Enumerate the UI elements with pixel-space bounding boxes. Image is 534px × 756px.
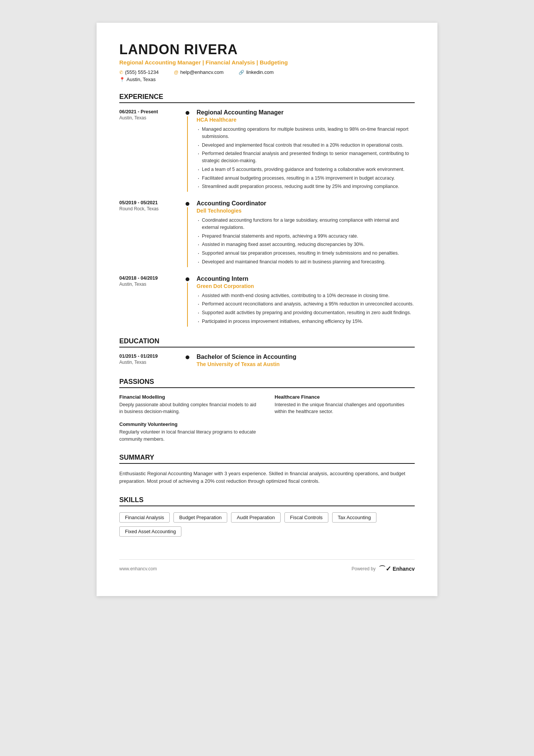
- skill-tag-5: Tax Accounting: [332, 512, 376, 523]
- passions-grid: Financial Modelling Deeply passionate ab…: [119, 394, 415, 443]
- entry-dot-3: [186, 277, 189, 281]
- skill-tag-6: Fixed Asset Accounting: [119, 526, 181, 537]
- email-value: help@enhancv.com: [180, 69, 223, 75]
- powered-by-label: Powered by: [351, 566, 375, 571]
- linkedin-contact: 🔗 linkedin.com: [239, 69, 273, 75]
- skill-tag-4: Fiscal Controls: [284, 512, 328, 523]
- link-icon: 🔗: [239, 70, 244, 75]
- brand-name: Enhancv: [393, 566, 415, 572]
- skills-container: Financial Analysis Budget Preparation Au…: [119, 512, 415, 537]
- company-3: Green Dot Corporation: [197, 283, 415, 289]
- summary-section: SUMMARY Enthusiastic Regional Accounting…: [119, 454, 415, 486]
- edu-divider-1: [184, 354, 191, 367]
- education-section-title: EDUCATION: [119, 337, 415, 347]
- passion-desc-3: Regularly volunteer in local financial l…: [119, 429, 259, 443]
- page-footer: www.enhancv.com Powered by ⌒✓ Enhancv: [119, 559, 415, 573]
- experience-entry-1: 06/2021 - Present Austin, Texas Regional…: [119, 109, 415, 192]
- location-contact: 📍 Austin, Texas: [119, 77, 415, 82]
- contact-row: ✆ (555) 555-1234 @ help@enhancv.com 🔗 li…: [119, 69, 415, 75]
- summary-section-title: SUMMARY: [119, 454, 415, 464]
- entry-left-3: 04/2018 - 04/2019 Austin, Texas: [119, 275, 184, 327]
- entry-line-3: [187, 283, 188, 327]
- education-section: EDUCATION 01/2015 - 01/2019 Austin, Texa…: [119, 337, 415, 367]
- entry-location-3: Austin, Texas: [119, 282, 180, 287]
- education-entry-1: 01/2015 - 01/2019 Austin, Texas Bachelor…: [119, 354, 415, 367]
- entry-location-2: Round Rock, Texas: [119, 206, 180, 211]
- bullet-1-5: Facilitated annual budgeting processes, …: [197, 175, 415, 182]
- phone-contact: ✆ (555) 555-1234: [119, 69, 159, 75]
- bullets-1: Managed accounting operations for multip…: [197, 126, 415, 190]
- entry-divider-1: [184, 109, 191, 192]
- experience-section: EXPERIENCE 06/2021 - Present Austin, Tex…: [119, 93, 415, 327]
- edu-dot-1: [186, 355, 189, 359]
- footer-powered-by: Powered by ⌒✓ Enhancv: [351, 564, 415, 573]
- entry-right-1: Regional Accounting Manager HCA Healthca…: [191, 109, 415, 192]
- bullet-1-3: Performed detailed financial analysis an…: [197, 150, 415, 164]
- passion-title-3: Community Volunteering: [119, 421, 259, 427]
- location-value: Austin, Texas: [126, 77, 156, 82]
- bullet-3-2: Performed account reconciliations and an…: [197, 301, 415, 308]
- phone-icon: ✆: [119, 70, 123, 75]
- entry-line-1: [187, 116, 188, 192]
- edu-left-1: 01/2015 - 01/2019 Austin, Texas: [119, 354, 184, 367]
- bullet-1-2: Developed and implemented fiscal control…: [197, 142, 415, 149]
- entry-right-3: Accounting Intern Green Dot Corporation …: [191, 275, 415, 327]
- passion-title-1: Financial Modelling: [119, 394, 259, 400]
- passion-desc-1: Deeply passionate about building complex…: [119, 401, 259, 416]
- entry-divider-2: [184, 200, 191, 267]
- passion-item-3: Community Volunteering Regularly volunte…: [119, 421, 259, 443]
- job-title-1: Regional Accounting Manager: [197, 109, 415, 116]
- entry-left-1: 06/2021 - Present Austin, Texas: [119, 109, 184, 192]
- email-contact: @ help@enhancv.com: [174, 69, 223, 75]
- job-title-3: Accounting Intern: [197, 275, 415, 282]
- bullet-2-4: Supported annual tax preparation process…: [197, 250, 415, 257]
- skill-tag-3: Audit Preparation: [231, 512, 280, 523]
- passion-title-2: Healthcare Finance: [275, 394, 415, 400]
- edu-school-1: The University of Texas at Austin: [197, 361, 415, 367]
- bullets-2: Coordinated accounting functions for a l…: [197, 217, 415, 266]
- edu-degree-1: Bachelor of Science in Accounting: [197, 354, 415, 360]
- footer-url: www.enhancv.com: [119, 566, 157, 571]
- experience-entry-2: 05/2019 - 05/2021 Round Rock, Texas Acco…: [119, 200, 415, 267]
- bullet-3-3: Supported audit activities by preparing …: [197, 309, 415, 316]
- bullet-1-1: Managed accounting operations for multip…: [197, 126, 415, 140]
- passion-item-1: Financial Modelling Deeply passionate ab…: [119, 394, 259, 416]
- phone-value: (555) 555-1234: [125, 69, 159, 75]
- entry-left-2: 05/2019 - 05/2021 Round Rock, Texas: [119, 200, 184, 267]
- skill-tag-1: Financial Analysis: [119, 512, 170, 523]
- bullets-3: Assisted with month-end closing activiti…: [197, 292, 415, 325]
- entry-location-1: Austin, Texas: [119, 115, 180, 121]
- entry-date-3: 04/2018 - 04/2019: [119, 275, 180, 281]
- edu-location-1: Austin, Texas: [119, 360, 180, 365]
- company-1: HCA Healthcare: [197, 117, 415, 123]
- resume-header: LANDON RIVERA Regional Accounting Manage…: [119, 42, 415, 82]
- skills-section-title: SKILLS: [119, 496, 415, 506]
- bullet-3-4: Participated in process improvement init…: [197, 318, 415, 325]
- entry-date-2: 05/2019 - 05/2021: [119, 200, 180, 205]
- job-title-2: Accounting Coordinator: [197, 200, 415, 207]
- bullet-3-1: Assisted with month-end closing activiti…: [197, 292, 415, 299]
- edu-date-1: 01/2015 - 01/2019: [119, 354, 180, 359]
- entry-date-1: 06/2021 - Present: [119, 109, 180, 114]
- experience-section-title: EXPERIENCE: [119, 93, 415, 103]
- entry-line-2: [187, 207, 188, 267]
- entry-dot-2: [186, 202, 189, 206]
- candidate-title: Regional Accounting Manager | Financial …: [119, 59, 415, 66]
- bullet-2-2: Prepared financial statements and report…: [197, 233, 415, 240]
- skill-tag-2: Budget Preparation: [173, 512, 227, 523]
- passion-desc-2: Interested in the unique financial chall…: [275, 401, 415, 416]
- summary-text: Enthusiastic Regional Accounting Manager…: [119, 470, 415, 486]
- edu-right-1: Bachelor of Science in Accounting The Un…: [191, 354, 415, 367]
- page-wrapper: LANDON RIVERA Regional Accounting Manage…: [8, 8, 526, 756]
- company-2: Dell Technologies: [197, 208, 415, 214]
- bullet-2-3: Assisted in managing fixed asset account…: [197, 241, 415, 248]
- skills-section: SKILLS Financial Analysis Budget Prepara…: [119, 496, 415, 537]
- entry-divider-3: [184, 275, 191, 327]
- bullet-1-6: Streamlined audit preparation process, r…: [197, 183, 415, 190]
- passions-section: PASSIONS Financial Modelling Deeply pass…: [119, 378, 415, 443]
- bullet-1-4: Led a team of 5 accountants, providing g…: [197, 166, 415, 173]
- enhancv-logo: ⌒✓ Enhancv: [379, 564, 415, 573]
- experience-entry-3: 04/2018 - 04/2019 Austin, Texas Accounti…: [119, 275, 415, 327]
- passions-section-title: PASSIONS: [119, 378, 415, 388]
- entry-dot-1: [186, 111, 189, 115]
